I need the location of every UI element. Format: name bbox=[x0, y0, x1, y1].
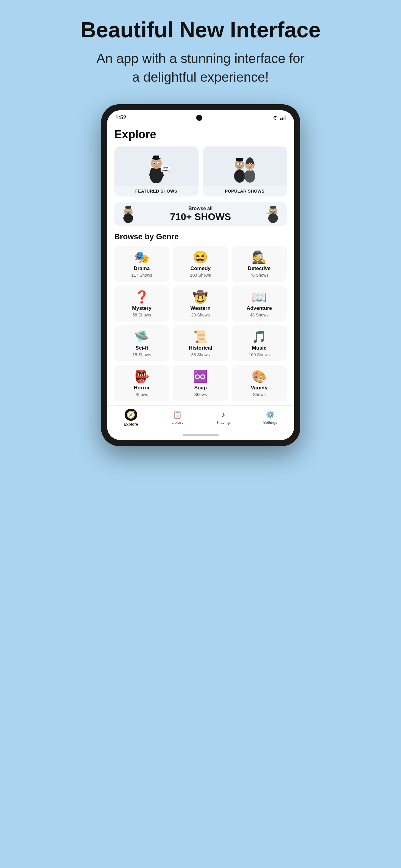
genre-icon-sci-fi: 🛸 bbox=[134, 331, 149, 343]
featured-shows-card[interactable]: MUST LISTEN FEATURED SHOWS bbox=[114, 147, 199, 196]
genre-icon-mystery: ❓ bbox=[134, 291, 149, 303]
status-bar: 1:52 bbox=[107, 110, 294, 123]
genre-name-comedy: Comedy bbox=[191, 266, 210, 272]
svg-point-41 bbox=[130, 211, 130, 212]
genre-card-drama[interactable]: 🎭 Drama 117 Shows bbox=[114, 246, 170, 282]
browse-all-banner[interactable]: Browse all 710+ SHOWS bbox=[114, 202, 287, 226]
featured-shows-label: FEATURED SHOWS bbox=[133, 186, 180, 196]
genre-card-detective[interactable]: 🕵️ Detective 70 Shows bbox=[232, 246, 287, 282]
featured-row: MUST LISTEN FEATURED SHOWS bbox=[114, 147, 287, 196]
svg-rect-44 bbox=[132, 213, 133, 214]
genre-card-western[interactable]: 🤠 Western 29 Shows bbox=[173, 285, 228, 321]
banner-browse-all-label: Browse all bbox=[137, 206, 264, 211]
banner-mascot-right bbox=[264, 205, 282, 223]
svg-rect-53 bbox=[267, 213, 271, 214]
genre-name-detective: Detective bbox=[248, 266, 271, 272]
genre-count-comedy: 103 Shows bbox=[190, 273, 211, 278]
bottom-nav: 🧭 Explore 📋 Library ♪ Playing ⚙️ Setting… bbox=[107, 405, 294, 431]
genre-count-horror: Shows bbox=[136, 392, 148, 397]
screen-content: Explore bbox=[107, 123, 294, 401]
nav-item-settings[interactable]: ⚙️ Settings bbox=[263, 410, 277, 425]
svg-point-23 bbox=[238, 164, 238, 165]
genre-card-variety[interactable]: 🎨 Variety Shows bbox=[232, 365, 287, 401]
genre-card-mystery[interactable]: ❓ Mystery 58 Shows bbox=[114, 285, 170, 321]
banner-mascot-left bbox=[119, 205, 137, 223]
genre-count-historical: 38 Shows bbox=[191, 352, 210, 357]
genre-card-adventure[interactable]: 📖 Adventure 48 Shows bbox=[232, 285, 287, 321]
signal-icon bbox=[280, 116, 286, 120]
genre-icon-adventure: 📖 bbox=[252, 291, 267, 303]
nav-item-library[interactable]: 📋 Library bbox=[171, 410, 183, 425]
genre-icon-drama: 🎭 bbox=[134, 251, 149, 263]
genre-count-mystery: 58 Shows bbox=[133, 313, 151, 317]
popular-shows-label: POPULAR SHOWS bbox=[222, 186, 267, 196]
featured-shows-image: MUST LISTEN bbox=[114, 147, 199, 186]
svg-point-51 bbox=[274, 211, 275, 212]
genre-card-comedy[interactable]: 😆 Comedy 103 Shows bbox=[173, 246, 228, 282]
svg-rect-37 bbox=[125, 206, 131, 209]
genre-card-soap[interactable]: ♾️ Soap Shows bbox=[173, 365, 228, 401]
genre-name-mystery: Mystery bbox=[132, 305, 151, 311]
svg-rect-1 bbox=[282, 118, 283, 120]
nav-item-playing[interactable]: ♪ Playing bbox=[217, 410, 230, 425]
genre-count-variety: Shows bbox=[253, 392, 265, 397]
nav-label-settings: Settings bbox=[263, 420, 277, 425]
genre-card-horror[interactable]: 👺 Horror Shows bbox=[114, 365, 170, 401]
genre-count-drama: 117 Shows bbox=[131, 273, 152, 278]
svg-rect-47 bbox=[270, 206, 276, 209]
phone-device: 1:52 Explore bbox=[101, 104, 300, 446]
genre-grid: 🎭 Drama 117 Shows 😆 Comedy 103 Shows 🕵️ … bbox=[114, 246, 287, 401]
genre-count-detective: 70 Shows bbox=[250, 273, 268, 278]
genre-count-western: 29 Shows bbox=[191, 313, 210, 317]
genre-name-music: Music bbox=[252, 345, 266, 351]
svg-rect-2 bbox=[283, 117, 285, 120]
genre-count-soap: Shows bbox=[194, 392, 207, 397]
genre-card-sci-fi[interactable]: 🛸 Sci-fi 15 Shows bbox=[114, 325, 170, 361]
svg-point-52 bbox=[268, 213, 278, 223]
hero-subtitle: An app with a stunning interface for a d… bbox=[95, 49, 306, 86]
genre-name-adventure: Adventure bbox=[247, 305, 272, 311]
genre-name-soap: Soap bbox=[194, 385, 207, 391]
genre-name-variety: Variety bbox=[251, 385, 268, 391]
nav-icon-bg-explore: 🧭 bbox=[124, 409, 137, 421]
nav-label-library: Library bbox=[171, 420, 183, 425]
genre-icon-comedy: 😆 bbox=[193, 251, 208, 263]
nav-icon-explore: 🧭 bbox=[126, 410, 136, 418]
home-bar bbox=[182, 434, 219, 436]
nav-icon-playing: ♪ bbox=[222, 410, 225, 419]
nav-label-playing: Playing bbox=[217, 420, 230, 425]
popular-shows-image bbox=[203, 147, 287, 186]
home-indicator bbox=[107, 431, 294, 440]
svg-point-28 bbox=[245, 169, 255, 183]
banner-shows-count: 710+ SHOWS bbox=[137, 211, 264, 222]
hero-title: Beautiful New Interface bbox=[80, 18, 320, 42]
svg-point-17 bbox=[234, 169, 245, 183]
svg-rect-54 bbox=[266, 213, 267, 214]
explore-title: Explore bbox=[114, 126, 287, 141]
nav-item-explore[interactable]: 🧭 Explore bbox=[124, 409, 138, 427]
nav-label-explore: Explore bbox=[124, 422, 138, 427]
phone-screen: 1:52 Explore bbox=[107, 110, 294, 440]
genre-card-historical[interactable]: 📜 Historical 38 Shows bbox=[173, 325, 228, 361]
status-time: 1:52 bbox=[116, 115, 126, 121]
genre-icon-variety: 🎨 bbox=[252, 370, 267, 382]
svg-point-32 bbox=[250, 164, 250, 165]
svg-rect-3 bbox=[285, 116, 286, 120]
genre-name-western: Western bbox=[191, 305, 210, 311]
svg-point-11 bbox=[158, 163, 159, 164]
nav-icon-settings: ⚙️ bbox=[266, 410, 275, 419]
popular-figure-svg bbox=[228, 150, 261, 183]
svg-point-33 bbox=[251, 164, 252, 165]
svg-text:LISTEN: LISTEN bbox=[162, 169, 168, 171]
genre-icon-historical: 📜 bbox=[193, 331, 208, 343]
popular-shows-card[interactable]: POPULAR SHOWS bbox=[203, 147, 287, 196]
svg-rect-20 bbox=[236, 158, 243, 161]
svg-point-10 bbox=[154, 163, 155, 164]
camera-icon bbox=[196, 115, 202, 121]
genre-icon-western: 🤠 bbox=[193, 291, 208, 303]
featured-figure-svg: MUST LISTEN bbox=[140, 150, 173, 183]
genre-name-horror: Horror bbox=[134, 385, 150, 391]
genre-card-music[interactable]: 🎵 Music 109 Shows bbox=[232, 325, 287, 361]
genre-name-historical: Historical bbox=[189, 345, 212, 351]
genre-count-music: 109 Shows bbox=[249, 352, 270, 357]
